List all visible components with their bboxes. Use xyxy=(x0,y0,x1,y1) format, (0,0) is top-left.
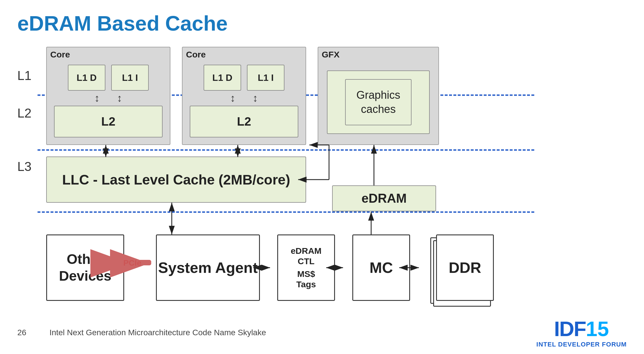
core2-l1-container: L1 D L1 I xyxy=(183,62,306,91)
other-devices-box: OtherDevices xyxy=(46,234,124,301)
mc-box: MC xyxy=(352,234,410,301)
core1-l1-container: L1 D L1 I xyxy=(47,62,170,91)
footer-description: Intel Next Generation Microarchitecture … xyxy=(49,328,266,337)
slide: eDRAM Based Cache L1 L2 L3 Core L1 D L1 … xyxy=(0,0,644,354)
edram-ctl-text1: eDRAM CTL xyxy=(291,246,322,267)
core1-title: Core xyxy=(47,47,170,62)
core1-arrow2: ↕ xyxy=(117,92,122,104)
core1-l2: L2 xyxy=(54,106,163,137)
core2-l2: L2 xyxy=(190,106,298,137)
footer: 26 Intel Next Generation Microarchitectu… xyxy=(17,317,627,348)
edram-ctl-box: eDRAM CTL MS$ Tags xyxy=(277,234,335,301)
graphics-caches: Graphicscaches xyxy=(345,79,412,125)
idf-text: IDF xyxy=(554,317,586,341)
system-agent-box: System Agent xyxy=(156,234,260,301)
idf-subtitle: INTEL DEVELOPER FORUM xyxy=(536,341,627,348)
level-l3-label: L3 xyxy=(17,159,31,174)
core1-arrow1: ↕ xyxy=(94,92,100,104)
core2-arrow2: ↕ xyxy=(253,92,258,104)
graphics-outer: Graphicscaches xyxy=(327,70,430,134)
core2-l1i: L1 I xyxy=(247,65,284,91)
idf-15: 15 xyxy=(586,317,609,341)
gfx-title: GFX xyxy=(318,47,438,62)
core2-arrows: ↕ ↕ xyxy=(183,92,306,104)
idf-logo: IDF 15 INTEL DEVELOPER FORUM xyxy=(536,317,627,348)
llc-box: LLC - Last Level Cache (2MB/core) xyxy=(46,156,306,203)
ddr-box: DDR xyxy=(436,234,494,301)
level-l1-label: L1 xyxy=(17,68,31,83)
core2-box: Core L1 D L1 I ↕ ↕ L2 xyxy=(182,47,306,145)
core1-l1i: L1 I xyxy=(111,65,149,91)
gfx-box: GFX Graphicscaches xyxy=(318,47,439,145)
pcie-label: PCIe xyxy=(123,258,141,268)
edram-box: eDRAM xyxy=(332,185,436,211)
other-devices-label: OtherDevices xyxy=(59,251,111,284)
core2-l1d: L1 D xyxy=(204,65,241,91)
core2-title: Core xyxy=(183,47,306,62)
page-number: 26 xyxy=(17,328,26,337)
diagram: L1 L2 L3 Core L1 D L1 I ↕ ↕ L2 Core L1 D… xyxy=(17,44,627,327)
dotted-line-l3-bottom xyxy=(38,211,534,213)
core1-l1d: L1 D xyxy=(68,65,105,91)
core1-box: Core L1 D L1 I ↕ ↕ L2 xyxy=(46,47,170,145)
level-l2-label: L2 xyxy=(17,106,31,120)
core1-arrows: ↕ ↕ xyxy=(47,92,170,104)
edram-ctl-text2: MS$ Tags xyxy=(296,269,316,290)
dotted-line-l2l3 xyxy=(38,149,534,151)
core2-arrow1: ↕ xyxy=(230,92,235,104)
system-agent-label: System Agent xyxy=(158,259,258,277)
slide-title: eDRAM Based Cache xyxy=(17,12,627,35)
